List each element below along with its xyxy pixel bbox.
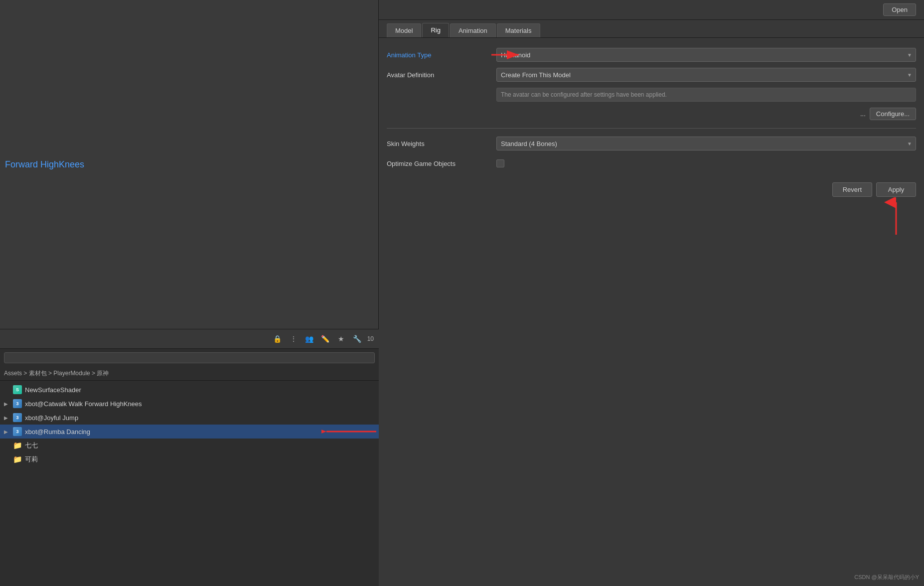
info-text-control: The avatar can be configured after setti… xyxy=(496,88,916,102)
tab-materials[interactable]: Materials xyxy=(497,23,540,37)
avatar-definition-control: Create From This Model ▼ xyxy=(496,68,916,82)
revert-button[interactable]: Revert xyxy=(832,182,872,197)
avatar-definition-label: Avatar Definition xyxy=(387,71,496,79)
animation-type-label: Animation Type xyxy=(387,51,496,59)
right-header: Open xyxy=(379,0,924,20)
3d-icon: 3 xyxy=(13,399,22,408)
optimize-game-objects-checkbox[interactable] xyxy=(496,159,504,167)
3d-icon: 3 xyxy=(13,427,22,436)
avatar-definition-row: Avatar Definition Create From This Model… xyxy=(387,68,916,82)
expand-icon: ▶ xyxy=(4,415,10,421)
skin-weights-row: Skin Weights Standard (4 Bones) ▼ xyxy=(387,137,916,150)
optimize-game-objects-control xyxy=(496,159,916,167)
info-text: The avatar can be configured after setti… xyxy=(496,88,916,102)
animation-type-control: Humanoid ▼ xyxy=(496,48,916,62)
breadcrumb-text: Assets > 素材包 > PlayerModule > 原神 xyxy=(4,369,109,378)
skin-weights-dropdown-wrapper: Standard (4 Bones) ▼ xyxy=(496,137,916,150)
ellipsis-button[interactable]: ... xyxy=(860,110,866,118)
expand-icon: ▶ xyxy=(4,429,10,435)
people-icon[interactable]: 👥 xyxy=(304,333,315,345)
star-icon[interactable]: ★ xyxy=(335,333,347,345)
file-name: xbot@Catwalk Walk Forward HighKnees xyxy=(25,400,142,408)
file-name: NewSurfaceShader xyxy=(25,386,81,394)
configure-button[interactable]: Configure... xyxy=(870,108,916,120)
open-button[interactable]: Open xyxy=(883,3,916,16)
animation-type-row: Animation Type Humanoid ▼ xyxy=(387,48,916,62)
optimize-game-objects-row: Optimize Game Objects xyxy=(387,156,916,170)
breadcrumb: Assets > 素材包 > PlayerModule > 原神 xyxy=(0,367,379,381)
action-buttons: Revert Apply xyxy=(387,182,916,197)
assets-panel: 🔒 ⋮ 👥 ✏️ ★ 🔧 10 Assets > 素材包 > PlayerMod… xyxy=(0,329,379,586)
info-text-row: The avatar can be configured after setti… xyxy=(387,88,916,102)
list-item[interactable]: ▶ 3 xbot@Catwalk Walk Forward HighKnees xyxy=(0,397,379,411)
search-bar xyxy=(0,349,379,367)
folder-icon: 📁 xyxy=(13,441,22,450)
file-list: S NewSurfaceShader ▶ 3 xbot@Catwalk Walk… xyxy=(0,381,379,468)
list-item[interactable]: 📁 七七 xyxy=(0,439,379,452)
file-name: 七七 xyxy=(25,441,38,450)
red-arrow-apply xyxy=(876,197,916,237)
animation-type-dropdown[interactable]: Humanoid xyxy=(496,48,916,62)
tab-animation[interactable]: Animation xyxy=(450,23,496,37)
more-icon[interactable]: ⋮ xyxy=(288,333,300,345)
tabs-bar: Model Rig Animation Materials xyxy=(379,20,924,38)
left-panel: Forward HighKnees 🔒 ⋮ 👥 ✏️ ★ 🔧 10 Assets… xyxy=(0,0,379,586)
red-arrow-animation-type xyxy=(486,45,526,65)
skin-weights-label: Skin Weights xyxy=(387,140,496,147)
file-name: xbot@Joyful Jump xyxy=(25,414,78,422)
tab-rig[interactable]: Rig xyxy=(422,23,449,37)
preview-area: Forward HighKnees xyxy=(0,0,378,329)
file-name: 可莉 xyxy=(25,455,38,464)
filter-icon[interactable]: 🔧 xyxy=(351,333,363,345)
inspector-content: Animation Type Humanoid ▼ xyxy=(379,38,924,207)
list-item-selected[interactable]: ▶ 3 xbot@Rumba Dancing xyxy=(0,425,379,439)
right-panel: Open Model Rig Animation Materials Anima… xyxy=(379,0,924,586)
list-item[interactable]: 📁 可莉 xyxy=(0,452,379,466)
avatar-definition-dropdown[interactable]: Create From This Model xyxy=(496,68,916,82)
optimize-game-objects-label: Optimize Game Objects xyxy=(387,160,496,167)
list-item[interactable]: S NewSurfaceShader xyxy=(0,383,379,397)
skin-weights-control: Standard (4 Bones) ▼ xyxy=(496,137,916,150)
file-name: xbot@Rumba Dancing xyxy=(25,428,90,436)
tab-model[interactable]: Model xyxy=(387,23,421,37)
expand-icon: ▶ xyxy=(4,401,10,407)
configure-row: ... Configure... xyxy=(387,108,916,120)
preview-label: Forward HighKnees xyxy=(5,159,84,170)
skin-weights-dropdown[interactable]: Standard (4 Bones) xyxy=(496,137,916,150)
watermark: CSDN @呆呆敲代码的小Y xyxy=(854,574,919,581)
folder-icon: 📁 xyxy=(13,455,22,464)
avatar-definition-dropdown-wrapper: Create From This Model ▼ xyxy=(496,68,916,82)
shader-icon: S xyxy=(13,385,22,394)
search-input[interactable] xyxy=(4,352,375,363)
apply-button[interactable]: Apply xyxy=(876,182,916,197)
lock-icon[interactable]: 🔒 xyxy=(272,333,284,345)
edit-icon[interactable]: ✏️ xyxy=(319,333,331,345)
animation-type-dropdown-wrapper: Humanoid ▼ xyxy=(496,48,916,62)
separator xyxy=(387,128,916,129)
assets-toolbar: 🔒 ⋮ 👥 ✏️ ★ 🔧 10 xyxy=(0,329,379,349)
filter-count: 10 xyxy=(367,335,374,342)
3d-icon: 3 xyxy=(13,413,22,422)
